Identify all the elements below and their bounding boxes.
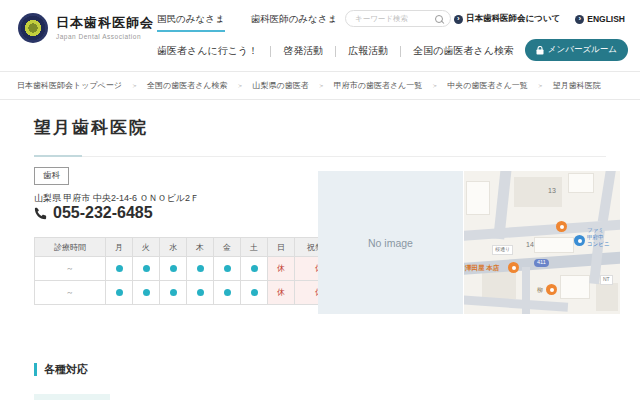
- primary-nav: 国民のみなさま 歯科医師のみなさま: [157, 13, 337, 32]
- section-accent-bar: [34, 363, 37, 376]
- breadcrumb-district[interactable]: 中央の歯医者さん一覧: [447, 80, 528, 91]
- hours-open-cell: [241, 257, 268, 281]
- hours-closed-cell: 休: [268, 281, 295, 305]
- about-link[interactable]: 日本歯科医師会について: [454, 13, 560, 25]
- clinic-photo-placeholder: No image: [318, 171, 463, 314]
- nav-go-dentist[interactable]: 歯医者さんに行こう！: [157, 44, 258, 58]
- members-room-label: メンバーズルーム: [548, 44, 617, 56]
- open-dot-icon: [224, 265, 231, 272]
- hours-open-cell: [106, 257, 133, 281]
- breadcrumb: 日本歯科医師会トップページ ＞ 全国の歯医者さん検索 ＞ 山梨県の歯医者 ＞ 甲…: [0, 71, 640, 100]
- hours-time-cell: ～: [35, 281, 106, 305]
- map-convenience-pin[interactable]: [574, 235, 585, 246]
- breadcrumb-home[interactable]: 日本歯科医師会トップページ: [17, 80, 122, 91]
- map-building: [466, 181, 490, 215]
- hours-open-cell: [160, 281, 187, 305]
- open-dot-icon: [197, 289, 204, 296]
- hours-open-cell: [187, 257, 214, 281]
- map-route-shield[interactable]: 411: [534, 259, 549, 267]
- hours-header: 火: [133, 238, 160, 257]
- search-icon[interactable]: [435, 15, 443, 23]
- hours-open-cell: [133, 257, 160, 281]
- keyword-search[interactable]: [345, 10, 451, 27]
- hours-closed-cell: 休: [268, 257, 295, 281]
- hours-open-cell: [106, 281, 133, 305]
- category-badge: 歯科: [34, 167, 69, 185]
- no-image-label: No image: [368, 237, 413, 249]
- logo-title: 日本歯科医師会: [56, 16, 154, 30]
- map-poi-label: 柳: [537, 286, 543, 295]
- globe-icon: [575, 15, 584, 24]
- support-tag-partial: [34, 394, 110, 400]
- hours-header: 土: [241, 238, 268, 257]
- open-dot-icon: [251, 289, 258, 296]
- hours-row: ～ 休 休: [35, 281, 344, 305]
- jda-emblem-icon: [18, 13, 48, 43]
- map-building: [568, 173, 594, 193]
- hours-open-cell: [160, 257, 187, 281]
- secondary-nav: 歯医者さんに行こう！ 啓発活動 広報活動 全国の歯医者さん検索: [157, 44, 514, 58]
- site-logo[interactable]: 日本歯科医師会 Japan Dental Association: [18, 13, 154, 43]
- english-link[interactable]: ENGLISH: [575, 13, 625, 25]
- support-section-title: 各種対応: [44, 362, 88, 377]
- nav-pr[interactable]: 広報活動: [348, 44, 388, 58]
- breadcrumb-current: 望月歯科医院: [553, 80, 601, 91]
- breadcrumb-separator: ＞: [431, 81, 438, 91]
- hours-time-cell: ～: [35, 257, 106, 281]
- clinic-phone[interactable]: 055-232-6485: [34, 204, 153, 222]
- map-road: [464, 295, 568, 312]
- nav-citizens[interactable]: 国民のみなさま: [157, 13, 225, 32]
- nav-search-dentists[interactable]: 全国の歯医者さん検索: [413, 44, 514, 58]
- map-building: [560, 275, 590, 299]
- hours-open-cell: [214, 281, 241, 305]
- map-building: [596, 283, 618, 311]
- map-poi-pin[interactable]: [508, 262, 519, 273]
- about-link-label: 日本歯科医師会について: [466, 13, 560, 25]
- hours-header: 月: [106, 238, 133, 257]
- hours-header-row: 診療時間 月 火 水 木 金 土 日 祝祭日: [35, 238, 344, 257]
- nav-divider: [270, 46, 271, 57]
- breadcrumb-separator: ＞: [537, 81, 544, 91]
- map-store-label[interactable]: 澤田屋 本店: [465, 264, 499, 273]
- breadcrumb-separator: ＞: [237, 81, 244, 91]
- lock-icon: [536, 46, 544, 55]
- open-dot-icon: [197, 265, 204, 272]
- support-section-header: 各種対応: [34, 362, 88, 377]
- logo-subtitle: Japan Dental Association: [56, 33, 154, 40]
- site-header: 日本歯科医師会 Japan Dental Association 国民のみなさま…: [0, 0, 640, 71]
- search-input[interactable]: [353, 13, 435, 24]
- hours-table: 診療時間 月 火 水 木 金 土 日 祝祭日 ～ 休 休 ～ 休 休: [34, 237, 344, 305]
- hours-header: 金: [214, 238, 241, 257]
- phone-icon: [34, 207, 47, 220]
- phone-number: 055-232-6485: [53, 204, 153, 222]
- map-poi-pin[interactable]: [546, 284, 557, 295]
- nav-awareness[interactable]: 啓発活動: [283, 44, 323, 58]
- logo-text: 日本歯科医師会 Japan Dental Association: [56, 16, 154, 39]
- breadcrumb-prefecture[interactable]: 山梨県の歯医者: [253, 80, 309, 91]
- open-dot-icon: [143, 265, 150, 272]
- hours-open-cell: [133, 281, 160, 305]
- map-poi-pin[interactable]: [556, 221, 567, 232]
- circle-arrow-icon: [454, 15, 463, 24]
- open-dot-icon: [224, 289, 231, 296]
- map-building: [534, 237, 574, 253]
- breadcrumb-search[interactable]: 全国の歯医者さん検索: [147, 80, 228, 91]
- map-block-label: 14: [526, 241, 534, 248]
- page-title: 望月歯科医院: [34, 116, 148, 139]
- hours-header: 木: [187, 238, 214, 257]
- map-street-label: 桜通り: [492, 245, 513, 255]
- members-room-button[interactable]: メンバーズルーム: [525, 39, 628, 61]
- location-map[interactable]: 13 14 桜通り 411 澤田屋 本店 柳 ファミ 甲府中 コンビニ NT: [464, 171, 620, 314]
- map-convenience-label: ファミ 甲府中 コンビニ: [587, 227, 610, 248]
- breadcrumb-city[interactable]: 甲府市の歯医者さん一覧: [334, 80, 423, 91]
- utility-links: 日本歯科医師会について ENGLISH: [454, 13, 625, 25]
- breadcrumb-separator: ＞: [131, 81, 138, 91]
- nav-dentists[interactable]: 歯科医師のみなさま: [251, 13, 338, 32]
- map-road: [598, 171, 616, 222]
- map-convenience-line: コンビニ: [587, 241, 610, 248]
- hours-open-cell: [187, 281, 214, 305]
- open-dot-icon: [170, 265, 177, 272]
- nav-divider: [335, 46, 336, 57]
- hours-row: ～ 休 休: [35, 257, 344, 281]
- open-dot-icon: [170, 289, 177, 296]
